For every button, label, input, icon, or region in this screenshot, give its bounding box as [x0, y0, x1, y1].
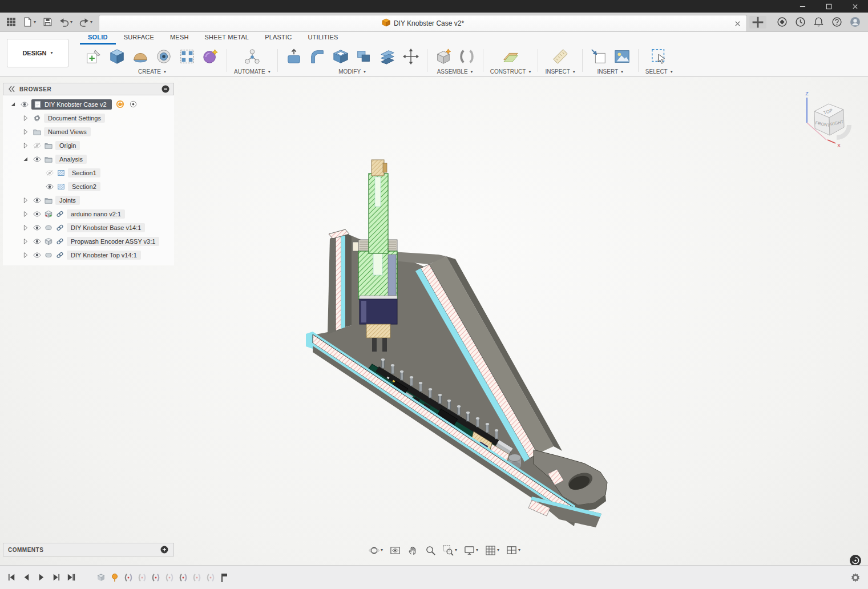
measure-button[interactable] [551, 47, 570, 66]
extensions-button[interactable] [774, 15, 789, 30]
modify-dropdown[interactable]: MODIFY▾ [338, 68, 366, 75]
timeline-joint-feature[interactable] [164, 572, 174, 582]
go-to-start-button[interactable] [6, 572, 17, 583]
job-status-button[interactable] [793, 15, 808, 30]
assemble-dropdown[interactable]: ASSEMBLE▾ [437, 68, 473, 75]
timeline-marker-feature[interactable] [219, 572, 229, 582]
maximize-button[interactable] [815, 0, 842, 13]
visibility-on-icon[interactable] [33, 251, 42, 260]
shell-button[interactable] [332, 47, 350, 66]
redo-button[interactable]: ▾ [76, 15, 95, 30]
expander-collapsed-icon[interactable] [21, 127, 30, 136]
form-button[interactable] [201, 47, 220, 66]
revolve-button[interactable] [131, 47, 150, 66]
automate-button[interactable] [243, 47, 261, 66]
timeline-joint-feature[interactable] [178, 572, 188, 582]
save-button[interactable] [40, 15, 55, 30]
visibility-off-icon[interactable] [33, 141, 42, 150]
fillet-button[interactable] [308, 47, 326, 66]
create-dropdown[interactable]: CREATE▾ [138, 68, 166, 75]
visibility-off-icon[interactable] [45, 168, 54, 177]
browser-row-named-views[interactable]: Named Views [3, 125, 174, 139]
zoom-button[interactable] [423, 544, 438, 557]
browser-row-diy-knobster-top-v14-1[interactable]: DIY Knobster Top v14:1 [3, 248, 174, 262]
visibility-on-icon[interactable] [33, 237, 42, 246]
press-pull-button[interactable] [285, 47, 303, 66]
offset-face-button[interactable] [378, 47, 397, 66]
tab-plastic[interactable]: PLASTIC [257, 32, 300, 45]
timeline-pin-feature[interactable] [110, 572, 119, 582]
close-button[interactable] [842, 0, 868, 13]
browser-row-analysis[interactable]: Analysis [3, 152, 174, 166]
hole-button[interactable] [155, 47, 173, 66]
expander-collapsed-icon[interactable] [21, 251, 30, 260]
insert-derive-button[interactable] [590, 47, 608, 66]
visibility-on-icon[interactable] [20, 100, 29, 109]
expander-collapsed-icon[interactable] [21, 223, 30, 232]
insert-dropdown[interactable]: INSERT▾ [597, 68, 624, 75]
automate-dropdown[interactable]: AUTOMATE▾ [234, 68, 271, 75]
timeline-joint-feature[interactable] [137, 572, 147, 582]
display-settings-button[interactable]: ▾ [462, 544, 481, 557]
step-forward-button[interactable] [50, 572, 62, 583]
tab-solid[interactable]: SOLID [80, 32, 116, 45]
pan-button[interactable] [405, 544, 421, 557]
construction-plane-button[interactable] [502, 47, 520, 66]
assistant-icon[interactable] [849, 554, 862, 565]
minimize-panel-icon[interactable] [161, 84, 170, 94]
move-button[interactable] [402, 47, 420, 66]
timeline-joint-feature[interactable] [205, 572, 215, 582]
file-button[interactable]: ▾ [20, 15, 39, 30]
browser-row-propwash-encoder-assy-v3-1[interactable]: Propwash Encoder ASSY v3:1 [3, 235, 174, 248]
timeline-joint-feature[interactable] [192, 572, 201, 582]
expander-collapsed-icon[interactable] [21, 237, 30, 246]
browser-row-section1[interactable]: Section1 [3, 166, 174, 180]
viewports-button[interactable]: ▾ [504, 544, 523, 557]
tab-mesh[interactable]: MESH [162, 32, 197, 45]
visibility-on-icon[interactable] [45, 182, 54, 191]
pattern-button[interactable] [178, 47, 196, 66]
browser-row-arduino-nano-v2-1[interactable]: arduino nano v2:1 [3, 207, 174, 221]
canvas-button[interactable] [613, 47, 631, 66]
comments-bar[interactable]: COMMENTS [3, 543, 174, 556]
timeline-settings-gear-icon[interactable] [850, 572, 861, 583]
select-button[interactable] [650, 47, 668, 66]
combine-button[interactable] [355, 47, 373, 66]
step-back-button[interactable] [21, 572, 32, 583]
new-component-button[interactable] [434, 47, 453, 66]
visibility-on-icon[interactable] [33, 196, 42, 205]
model-section-view[interactable] [302, 154, 622, 554]
browser-row-section2[interactable]: Section2 [3, 180, 174, 193]
visibility-on-icon[interactable] [33, 223, 42, 232]
collapse-panel-icon[interactable] [7, 84, 16, 94]
add-comment-icon[interactable] [160, 545, 169, 554]
look-at-button[interactable] [387, 544, 403, 557]
browser-row-document-settings[interactable]: Document Settings [3, 111, 174, 125]
activate-badge-icon[interactable] [129, 100, 138, 109]
minimize-button[interactable] [789, 0, 815, 13]
browser-row-joints[interactable]: Joints [3, 193, 174, 207]
fit-button[interactable]: ▾ [441, 544, 459, 557]
expander-collapsed-icon[interactable] [21, 114, 30, 123]
construct-dropdown[interactable]: CONSTRUCT▾ [490, 68, 531, 75]
timeline-feature-body-feature[interactable] [96, 572, 106, 582]
sync-badge-icon[interactable] [116, 100, 125, 109]
orbit-button[interactable]: ▾ [366, 544, 385, 557]
expander-collapsed-icon[interactable] [21, 196, 30, 205]
visibility-on-icon[interactable] [33, 155, 42, 164]
viewcube[interactable]: Z X TOP FRONT RIGHT [799, 90, 863, 152]
extrude-button[interactable] [108, 47, 126, 66]
expander-collapsed-icon[interactable] [21, 141, 30, 150]
expander-collapsed-icon[interactable] [21, 209, 30, 219]
app-grid-button[interactable] [3, 15, 19, 30]
new-document-tab-button[interactable] [749, 16, 766, 29]
document-tab[interactable]: DIY Knobster Case v2* [99, 15, 747, 31]
workspace-selector[interactable]: DESIGN ▾ [7, 39, 68, 67]
expander-expanded-icon[interactable] [9, 100, 18, 109]
close-document-icon[interactable] [733, 19, 742, 28]
help-button[interactable] [829, 15, 844, 30]
browser-row-diy-knobster-case-v2[interactable]: DIY Knobster Case v2 [3, 98, 174, 111]
notifications-button[interactable] [811, 15, 826, 30]
go-to-end-button[interactable] [65, 572, 76, 583]
tab-surface[interactable]: SURFACE [116, 32, 162, 45]
